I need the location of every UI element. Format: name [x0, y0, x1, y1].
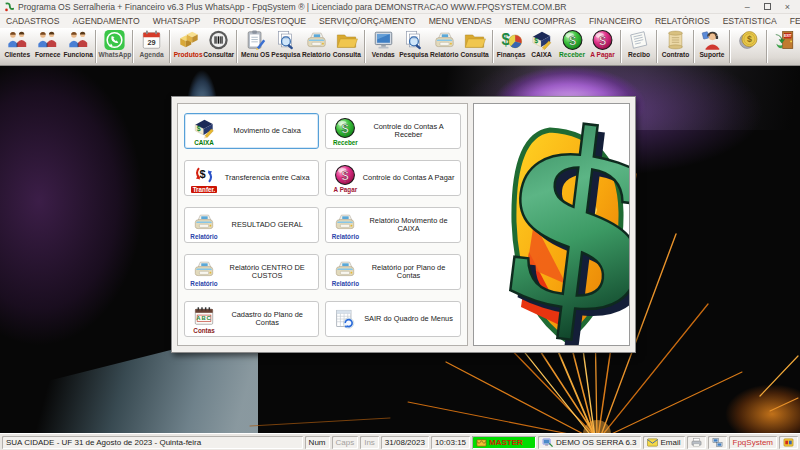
menu-compras[interactable]: MENU COMPRAS	[505, 16, 576, 26]
status-insert: Ins	[360, 436, 379, 449]
title-bar: Programa OS Serralheria + Financeiro v6.…	[0, 0, 800, 14]
toolbar-vendas-pesquisa[interactable]: Pesquisa	[398, 29, 428, 65]
menu-servico-orcamento[interactable]: SERVIÇO/ORÇAMENTO	[319, 16, 416, 26]
toolbar-separator	[693, 30, 695, 63]
minimize-button[interactable]: –	[745, 2, 750, 12]
toolbar-moedas[interactable]	[733, 29, 763, 65]
dollar-shield-image: $ $	[474, 104, 630, 345]
calendar-icon	[140, 29, 163, 51]
status-product: DEMO OS SERRA 6.3	[538, 436, 640, 449]
menu-ferramentas[interactable]: FERRAMENTAS	[790, 16, 800, 26]
menu-button-transferencia-caixa[interactable]: Tranfer. Transferencia entre Caixa	[184, 160, 319, 196]
report-printer-icon	[192, 258, 216, 280]
toolbar-a-pagar[interactable]: A Pagar	[587, 29, 617, 65]
toolbar-os-relatorio[interactable]: Relatório	[301, 29, 331, 65]
printer-icon	[691, 437, 702, 448]
search-docs-icon	[402, 29, 425, 51]
menu-vendas[interactable]: MENU VENDAS	[429, 16, 492, 26]
toolbar-financas[interactable]: Finanças	[496, 29, 526, 65]
toolbar-separator	[364, 30, 366, 63]
coin-icon	[737, 29, 760, 51]
toolbar-receber[interactable]: Receber	[557, 29, 587, 65]
toolbar-separator	[169, 30, 171, 63]
products-boxes-icon	[177, 29, 200, 51]
toolbar-separator	[620, 30, 622, 63]
menu-produtos-estoque[interactable]: PRODUTOS/ESTOQUE	[213, 16, 306, 26]
toolbar-contrato[interactable]: Contrato	[660, 29, 690, 65]
toolbar-sair[interactable]	[770, 29, 800, 65]
toolbar-funcionarios[interactable]: Funciona	[63, 29, 93, 65]
toolbar-clientes[interactable]: Clientes	[2, 29, 32, 65]
toolbar-vendas[interactable]: Vendas	[368, 29, 398, 65]
menu-relatorios[interactable]: RELATÓRIOS	[655, 16, 710, 26]
menu-estatistica[interactable]: ESTATISTICA	[723, 16, 777, 26]
toolbar-consultar[interactable]: Consultar	[203, 29, 234, 65]
toolbar-separator	[236, 30, 238, 63]
toolbar: Clientes Fornece Funciona WhatsApp Agend…	[0, 28, 800, 66]
status-num-lock: Num	[305, 436, 330, 449]
toolbar-agenda[interactable]: Agenda	[136, 29, 166, 65]
workstation-icon	[542, 437, 553, 448]
quadro-de-menus-form: CAIXA Movimento de Caixa Receber Control…	[171, 96, 636, 353]
report-printer-icon	[192, 211, 216, 233]
toolbar-os-pesquisa[interactable]: Pesquisa	[271, 29, 301, 65]
close-button[interactable]: ×	[785, 2, 790, 12]
status-brand: FpqSystem	[729, 436, 777, 449]
toolbar-separator	[656, 30, 658, 63]
suppliers-icon	[36, 29, 59, 51]
receivable-sphere-icon	[561, 29, 584, 51]
employees-icon	[67, 29, 90, 51]
menu-button-relatorio-movimento-caixa[interactable]: Relatório Relatório Movimento de CAIXA	[325, 207, 460, 243]
toolbar-fornecedores[interactable]: Fornece	[32, 29, 62, 65]
toolbar-os-consulta[interactable]: Consulta	[332, 29, 362, 65]
report-printer-icon	[433, 29, 456, 51]
toolbar-recibo[interactable]: Recibo	[624, 29, 654, 65]
email-icon	[647, 437, 658, 448]
status-printer-button[interactable]	[687, 436, 706, 449]
status-email-button[interactable]: Email	[643, 436, 685, 449]
app-logo-icon	[4, 2, 14, 12]
abc-calendar-icon	[192, 305, 216, 327]
toolbar-whatsapp[interactable]: WhatsApp	[99, 29, 130, 65]
menu-button-sair-quadro-menus[interactable]: SAIR do Quadro de Menus	[325, 301, 460, 337]
status-email-label: Email	[661, 438, 681, 447]
status-brand-logo	[779, 436, 798, 449]
finance-pie-icon	[500, 29, 523, 51]
sales-monitor-icon	[372, 29, 395, 51]
maximize-button[interactable]	[764, 3, 771, 10]
toolbar-vendas-consulta[interactable]: Consulta	[459, 29, 489, 65]
toolbar-suporte[interactable]: Suporte	[697, 29, 727, 65]
toolbar-vendas-relatorio[interactable]: Relatório	[429, 29, 459, 65]
dollar-glyph: $	[480, 104, 630, 345]
report-printer-icon	[333, 258, 357, 280]
menu-button-relatorio-plano-contas[interactable]: Relatório Relatório por Plano de Contas	[325, 254, 460, 290]
cashbook-icon	[192, 117, 216, 139]
cashbook-icon	[530, 29, 553, 51]
menu-button-relatorio-centro-custos[interactable]: Relatório Relatório CENTRO DE CUSTOS	[184, 254, 319, 290]
toolbar-caixa[interactable]: CAIXA	[526, 29, 556, 65]
fpq-mini-logo-icon	[783, 437, 794, 448]
menu-agendamento[interactable]: AGENDAMENTO	[72, 16, 139, 26]
menu-buttons-panel: CAIXA Movimento de Caixa Receber Control…	[177, 103, 468, 346]
menu-button-cadastro-plano-contas[interactable]: Contas Cadastro do Plano de Contas	[184, 301, 319, 337]
menu-button-contas-a-receber[interactable]: Receber Controle do Contas A Receber	[325, 113, 460, 149]
menu-button-movimento-caixa[interactable]: CAIXA Movimento de Caixa	[184, 113, 319, 149]
receipt-icon	[627, 29, 650, 51]
search-docs-icon	[274, 29, 297, 51]
folder-icon	[463, 29, 486, 51]
folder-icon	[335, 29, 358, 51]
toolbar-produtos[interactable]: Produtos	[173, 29, 203, 65]
service-order-icon	[244, 29, 267, 51]
support-icon	[700, 29, 723, 51]
menu-whatsapp[interactable]: WHATSAPP	[153, 16, 201, 26]
dollar-shield-logo: $ $	[473, 103, 630, 346]
status-user-level-label: MASTER	[489, 438, 523, 447]
master-crown-icon	[476, 437, 487, 448]
menu-button-contas-a-pagar[interactable]: A Pagar Controle do Contas A Pagar	[325, 160, 460, 196]
toolbar-menu-os[interactable]: Menu OS	[240, 29, 270, 65]
menu-cadastros[interactable]: CADASTROS	[6, 16, 59, 26]
status-network-button[interactable]	[708, 436, 727, 449]
contract-scroll-icon	[664, 29, 687, 51]
menu-financeiro[interactable]: FINANCEIRO	[589, 16, 642, 26]
menu-button-resultado-geral[interactable]: Relatório RESULTADO GERAL	[184, 207, 319, 243]
